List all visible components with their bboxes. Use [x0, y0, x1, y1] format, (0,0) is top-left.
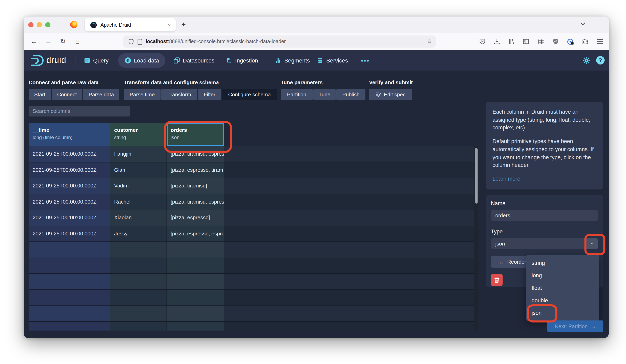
- reload-button[interactable]: ↻: [58, 37, 67, 46]
- step-transform[interactable]: Transform: [161, 89, 197, 100]
- table-cell: [167, 322, 224, 330]
- table-header-row: __time long (time column) customer strin…: [29, 123, 474, 146]
- ingestion-icon: [226, 57, 232, 64]
- table-cell: 2021-09-25T00:00:00.000Z: [29, 178, 110, 194]
- table-cell: [pizza, tiramisu]: [167, 178, 224, 194]
- gear-icon[interactable]: [582, 56, 591, 65]
- load-data-icon: [125, 57, 131, 64]
- back-button[interactable]: ←: [30, 37, 38, 46]
- type-select[interactable]: json ▼: [491, 238, 598, 250]
- table-cell: [167, 274, 224, 289]
- table-cell: [pizza, espresso, tiram: [167, 162, 224, 178]
- type-option-string[interactable]: string: [526, 257, 599, 269]
- extensions-puzzle-icon[interactable]: [581, 37, 590, 46]
- step-tune[interactable]: Tune: [313, 89, 336, 100]
- table-cell: [110, 274, 167, 289]
- table-cell: 2021-09-25T00:00:00.000Z: [29, 146, 110, 162]
- close-tab-icon[interactable]: ×: [168, 22, 171, 28]
- schema-table: __time long (time column) customer strin…: [29, 123, 474, 330]
- table-cell: Jessy: [110, 226, 167, 241]
- table-scrollbar: [474, 146, 478, 330]
- services-icon: [317, 57, 323, 64]
- tab-title: Apache Druid: [100, 22, 168, 28]
- window-minimize-button[interactable]: [37, 22, 42, 27]
- table-row: 2021-09-25T00:00:00.000ZRachel[pizza, ti…: [29, 194, 474, 210]
- forward-button[interactable]: →: [44, 37, 53, 46]
- nav-item-segments[interactable]: Segments: [275, 50, 310, 71]
- bookmark-star-icon[interactable]: ☆: [427, 38, 432, 45]
- new-tab-button[interactable]: +: [179, 20, 188, 30]
- learn-more-link[interactable]: Learn more: [493, 176, 520, 182]
- brand-name[interactable]: druid: [46, 55, 66, 65]
- type-caret-button[interactable]: ▼: [586, 238, 598, 249]
- column-type: long (time column): [33, 135, 106, 140]
- nav-item-datasources[interactable]: Datasources: [173, 50, 214, 71]
- url-bar[interactable]: localhost:8888/unified-console.html#clas…: [123, 36, 436, 48]
- table-cell: [167, 306, 224, 321]
- column-header-customer[interactable]: customer string: [110, 123, 167, 146]
- nav-item-load-data[interactable]: Load data: [118, 53, 166, 68]
- nav-item-services[interactable]: Services: [317, 50, 348, 71]
- table-scrollbar-thumb[interactable]: [475, 148, 477, 204]
- table-row: [29, 290, 474, 306]
- tab-strip: Apache Druid × +: [24, 17, 609, 33]
- table-cell: Xiaolan: [110, 210, 167, 225]
- delete-column-button[interactable]: [491, 274, 503, 286]
- next-partition-button[interactable]: Next: Partition →: [547, 321, 603, 332]
- search-columns-input[interactable]: [29, 106, 130, 116]
- firefox-icon[interactable]: [70, 21, 78, 28]
- table-cell: [110, 306, 167, 321]
- window-zoom-button[interactable]: [45, 22, 50, 27]
- name-input[interactable]: [491, 210, 598, 221]
- druid-console: druid Query Load data Datasources: [24, 50, 609, 338]
- step-parse-time[interactable]: Parse time: [124, 89, 160, 100]
- column-header-orders-selected[interactable]: orders json: [167, 123, 224, 146]
- druid-logo-icon[interactable]: [30, 54, 44, 67]
- table-row: 2021-09-25T00:00:00.000ZGian[pizza, espr…: [29, 162, 474, 178]
- step-publish[interactable]: Publish: [336, 89, 365, 100]
- type-option-json[interactable]: json: [526, 307, 599, 319]
- step-start[interactable]: Start: [29, 89, 51, 100]
- type-option-float[interactable]: float: [526, 282, 599, 294]
- home-button[interactable]: ⌂: [73, 37, 82, 46]
- sidebar-icon[interactable]: [521, 37, 530, 46]
- step-configure-schema[interactable]: Configure schema: [222, 89, 277, 100]
- help-icon[interactable]: ?: [596, 56, 605, 65]
- table-cell: [29, 322, 110, 330]
- nav-item-query[interactable]: Query: [84, 50, 109, 71]
- nav-item-ingestion[interactable]: Ingestion: [226, 50, 258, 71]
- nav-divider: [75, 56, 76, 65]
- table-row: 2021-09-25T00:00:00.000ZFangjin[pizza, t…: [29, 146, 474, 162]
- password-lock-icon[interactable]: [566, 37, 575, 46]
- downloads-icon[interactable]: [493, 37, 501, 46]
- callout-paragraph: Default primitive types have been automa…: [493, 138, 596, 169]
- table-cell: [29, 290, 110, 305]
- table-cell: [110, 322, 167, 330]
- table-cell: [pizza, espresso, espre: [167, 226, 224, 241]
- step-group-label: Transform data and configure schema: [124, 79, 219, 85]
- step-edit-spec[interactable]: Edit spec: [369, 89, 412, 100]
- column-name: __time: [33, 127, 106, 133]
- shield-icon[interactable]: [128, 38, 134, 44]
- library-icon[interactable]: [507, 37, 516, 46]
- step-filter[interactable]: Filter: [198, 89, 221, 100]
- ublock-shield-icon[interactable]: uO: [551, 37, 560, 46]
- type-option-double[interactable]: double: [526, 294, 599, 307]
- table-row: 2021-09-25T00:00:00.000ZJessy[pizza, esp…: [29, 226, 474, 242]
- column-header-time[interactable]: __time long (time column): [29, 123, 110, 146]
- list-tabs-chevron-icon[interactable]: [581, 22, 585, 25]
- type-option-long[interactable]: long: [526, 269, 599, 282]
- browser-window: Apache Druid × + ← → ↻ ⌂ localhost:8888/…: [24, 17, 609, 338]
- nav-more-button[interactable]: •••: [361, 50, 370, 71]
- containers-fence-icon[interactable]: [537, 37, 545, 46]
- page-info-icon[interactable]: [138, 38, 142, 44]
- step-connect[interactable]: Connect: [52, 89, 82, 100]
- pocket-icon[interactable]: [478, 37, 487, 46]
- step-parse-data[interactable]: Parse data: [83, 89, 119, 100]
- browser-tab[interactable]: Apache Druid ×: [85, 18, 176, 32]
- table-cell: [224, 210, 474, 225]
- step-partition[interactable]: Partition: [281, 89, 313, 100]
- menu-hamburger-icon[interactable]: [595, 37, 604, 46]
- window-close-button[interactable]: [28, 22, 34, 27]
- table-cell: [224, 146, 474, 162]
